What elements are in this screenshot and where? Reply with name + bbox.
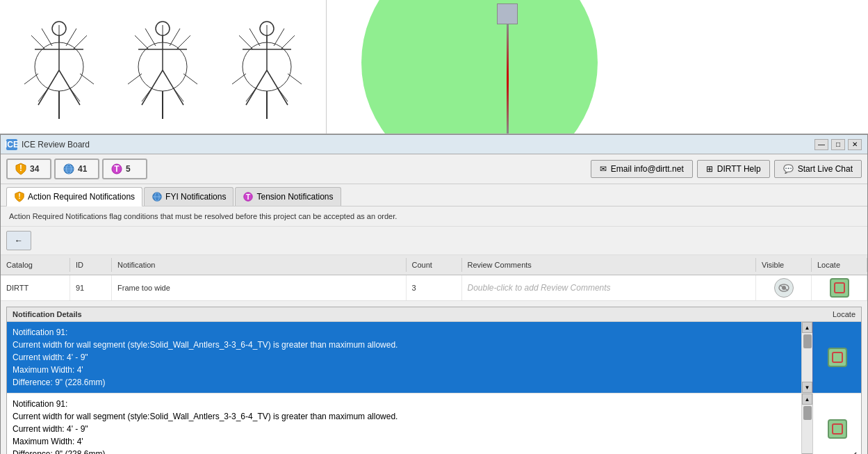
title-bar-left: ICE ICE Review Board — [6, 139, 90, 150]
scroll-up-button-1[interactable]: ▲ — [802, 322, 812, 333]
col-notification: Notification — [112, 258, 407, 272]
notif-rows: Notification 91: Current width for wall … — [7, 322, 861, 454]
help-icon: ⊞ — [706, 164, 713, 174]
svg-line-7 — [42, 29, 52, 46]
cell-review-comments[interactable]: Double-click to add Review Comments — [462, 275, 757, 300]
svg-line-31 — [173, 88, 183, 102]
tab-fyi[interactable]: FYI Notifications — [144, 187, 234, 206]
notif-content-2: Notification 91: Current width for wall … — [7, 394, 801, 454]
cell-locate — [812, 275, 867, 300]
tabs-bar: ! Action Required Notifications FYI Noti… — [1, 184, 867, 206]
tab-tension-icon: T — [243, 191, 254, 202]
svg-line-11 — [24, 74, 38, 84]
scroll-thumb-2[interactable] — [803, 406, 812, 420]
col-count: Count — [407, 258, 462, 272]
notif-locate-button-2[interactable] — [828, 419, 847, 439]
locate-inner-icon — [834, 282, 845, 293]
eye-icon — [778, 284, 789, 292]
toolbar-actions: ✉ Email info@dirtt.net ⊞ DIRTT Help 💬 St… — [591, 160, 862, 178]
green-semicircle — [361, 0, 598, 134]
col-review-comments: Review Comments — [462, 258, 757, 272]
tab-fyi-label: FYI Notifications — [165, 192, 226, 202]
notif-locate-inner-2 — [832, 423, 843, 435]
svg-line-48 — [277, 88, 288, 102]
svg-text:T: T — [114, 164, 120, 174]
action-required-count: 34 — [30, 164, 39, 174]
notif-line: Current width: 4' - 9" — [13, 351, 796, 364]
scroll-up-button-2[interactable]: ▲ — [802, 394, 812, 405]
maximize-button[interactable]: □ — [831, 139, 845, 150]
email-icon: ✉ — [600, 164, 607, 174]
svg-line-43 — [281, 35, 295, 49]
svg-line-45 — [232, 74, 246, 84]
notif-locate-button-1[interactable] — [828, 348, 847, 367]
svg-line-26 — [177, 35, 190, 49]
scroll-thumb-1[interactable] — [803, 334, 812, 348]
notif-detail-row-2[interactable]: Notification 91: Current width for wall … — [7, 394, 861, 454]
svg-line-28 — [128, 74, 142, 84]
svg-text:!: ! — [18, 192, 21, 200]
tab-globe-icon — [152, 191, 163, 202]
chat-button[interactable]: 💬 Start Live Chat — [774, 160, 862, 178]
cell-notification: Frame too wide — [112, 275, 407, 300]
svg-line-23 — [135, 35, 149, 49]
svg-line-24 — [145, 29, 156, 46]
svg-line-9 — [73, 35, 87, 49]
notif-line: Maximum Width: 4' — [13, 435, 796, 448]
back-button[interactable]: ← — [6, 231, 31, 250]
scroll-down-button-1[interactable]: ▼ — [802, 382, 812, 393]
svg-line-29 — [183, 74, 197, 84]
notif-scrollbar-2: ▲ ▼ — [801, 394, 812, 454]
wall-box — [497, 3, 518, 24]
tab-action-required-label: Action Required Notifications — [28, 192, 135, 202]
tab-shield-icon: ! — [14, 191, 25, 202]
notif-panel-locate-label: Locate — [833, 310, 855, 318]
cell-visible — [756, 275, 812, 300]
globe-icon — [63, 163, 75, 175]
window-icon: ICE — [6, 139, 17, 150]
locate-button[interactable] — [830, 278, 849, 298]
cell-catalog: DIRTT — [1, 275, 70, 300]
tab-tension-label: Tension Notifications — [256, 192, 333, 202]
cursor-indicator: ↙ — [848, 448, 858, 454]
svg-line-47 — [246, 88, 256, 102]
tab-action-required[interactable]: ! Action Required Notifications — [6, 187, 142, 206]
notif-line: Maximum Width: 4' — [13, 364, 796, 376]
svg-line-6 — [31, 35, 45, 49]
toolbar: ! 34 41 T 5 — [1, 154, 867, 184]
canvas-right-area — [327, 0, 868, 133]
col-id: ID — [70, 258, 112, 272]
title-bar-controls[interactable]: — □ ✕ — [814, 139, 862, 150]
back-area: ← — [1, 227, 867, 255]
cell-count: 3 — [407, 275, 462, 300]
svg-line-8 — [66, 29, 76, 46]
help-button[interactable]: ⊞ DIRTT Help — [697, 160, 770, 178]
notif-scrollbar-1: ▲ ▼ — [801, 322, 812, 393]
stick-figure-2 — [117, 15, 208, 119]
svg-line-46 — [288, 74, 302, 84]
col-locate: Locate — [812, 258, 867, 272]
notif-line: Difference: 9" (228.6mm) — [13, 376, 796, 389]
help-label: DIRTT Help — [717, 164, 761, 174]
notif-line: Notification 91: — [13, 398, 796, 410]
tab-tension[interactable]: T Tension Notifications — [235, 187, 341, 206]
svg-line-40 — [239, 35, 253, 49]
fyi-badge-button[interactable]: 41 — [54, 159, 99, 179]
email-button[interactable]: ✉ Email info@dirtt.net — [591, 160, 693, 178]
notif-line: Difference: 9" (228.6mm) — [13, 448, 796, 454]
notif-detail-row-1[interactable]: Notification 91: Current width for wall … — [7, 322, 861, 394]
close-button[interactable]: ✕ — [848, 139, 862, 150]
col-catalog: Catalog — [1, 258, 70, 272]
notif-line: Notification 91: — [13, 326, 796, 339]
tension-count: 5 — [126, 164, 131, 174]
table-header: Catalog ID Notification Count Review Com… — [1, 255, 867, 275]
svg-line-41 — [249, 29, 260, 46]
shield-icon: ! — [15, 163, 27, 175]
title-bar: ICE ICE Review Board — □ ✕ — [1, 135, 867, 154]
tension-badge-button[interactable]: T 5 — [102, 159, 147, 179]
action-required-badge-button[interactable]: ! 34 — [6, 159, 51, 179]
svg-line-30 — [142, 88, 152, 102]
minimize-button[interactable]: — — [814, 139, 828, 150]
visible-toggle-button[interactable] — [774, 278, 794, 298]
svg-line-12 — [80, 74, 94, 84]
